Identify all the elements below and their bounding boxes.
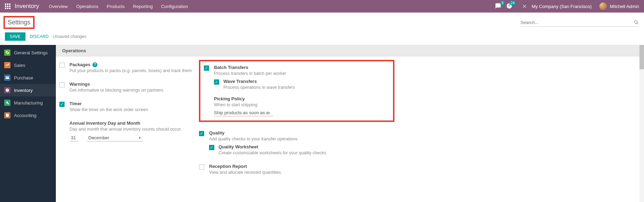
save-button[interactable]: SAVE <box>5 32 25 41</box>
action-bar: SAVE DISCARD Unsaved changes <box>0 30 644 45</box>
setting-title-label: Quality Worksheet <box>219 144 258 149</box>
annual-month-select[interactable]: December ▼ <box>87 134 143 141</box>
checkbox-warnings[interactable] <box>59 82 65 87</box>
user-menu[interactable]: Mitchell Admin <box>610 4 639 9</box>
sidebar-item-label: General Settings <box>14 50 48 55</box>
setting-packages: Packages ? Put your products in packs (e… <box>59 62 199 73</box>
settings-layout: General Settings Sales Purchase Inventor… <box>0 45 644 202</box>
search-icon <box>634 20 638 25</box>
checkbox-packages[interactable] <box>59 63 65 68</box>
wrench-icon <box>4 100 10 106</box>
picking-policy-value: Ship products as soon as available <box>214 110 270 115</box>
checkbox-batch-transfers[interactable] <box>204 65 209 71</box>
checkbox-wave-transfers[interactable] <box>214 79 219 85</box>
setting-desc: When to start shipping <box>214 102 387 107</box>
messages-button[interactable]: 9 <box>495 3 501 10</box>
sidebar-item-label: Sales <box>14 63 25 68</box>
apps-icon[interactable] <box>5 3 10 9</box>
ledger-icon <box>4 112 10 118</box>
highlighted-region: Batch Transfers Process transfers in bat… <box>199 60 394 122</box>
checkbox-quality-worksheet[interactable] <box>209 145 214 150</box>
page-title: Settings <box>3 16 35 29</box>
setting-warnings: Warnings Get informative or blocking war… <box>59 81 199 93</box>
card-icon <box>4 75 10 81</box>
setting-timer: Timer Show the timer on the work order s… <box>59 101 199 112</box>
scrollbar-thumb[interactable] <box>639 45 644 69</box>
top-navbar: Inventory Overview Operations Products R… <box>0 0 644 13</box>
checkbox-reception-report[interactable] <box>199 164 204 170</box>
breadcrumb-row: Settings <box>0 13 644 30</box>
app-brand[interactable]: Inventory <box>15 3 39 10</box>
messages-badge: 9 <box>500 1 505 5</box>
discard-button[interactable]: DISCARD <box>30 34 49 39</box>
sidebar-item-accounting[interactable]: Accounting <box>0 109 56 122</box>
nav-overview[interactable]: Overview <box>49 4 68 9</box>
nav-reporting[interactable]: Reporting <box>133 4 153 9</box>
sidebar-item-inventory[interactable]: Inventory <box>0 84 56 96</box>
gear-icon <box>4 49 10 56</box>
setting-desc: Put your products in packs (e.g. parcels… <box>69 68 199 73</box>
setting-desc: Show the timer on the work order screen <box>69 107 199 112</box>
setting-desc: View and allocate received quantities. <box>209 170 394 175</box>
settings-sidebar: General Settings Sales Purchase Inventor… <box>0 45 56 202</box>
setting-quality: Quality Add quality checks to your trans… <box>199 130 394 155</box>
avatar[interactable] <box>599 2 607 10</box>
nav-configuration[interactable]: Configuration <box>161 4 188 9</box>
setting-reception-report: Reception Report View and allocate recei… <box>199 164 394 175</box>
sidebar-item-purchase[interactable]: Purchase <box>0 71 56 84</box>
sidebar-item-label: Purchase <box>14 75 33 80</box>
search-input[interactable] <box>520 18 634 26</box>
setting-annual-inventory: Annual Inventory Day and Month Day and m… <box>59 121 199 141</box>
annual-month-value: December <box>88 135 109 140</box>
setting-title-label: Quality <box>209 130 224 135</box>
search-box[interactable] <box>520 18 638 27</box>
nav-products[interactable]: Products <box>107 4 125 9</box>
setting-batch-transfers: Batch Transfers Process transfers in bat… <box>204 65 387 90</box>
annual-day-input[interactable]: 31 <box>69 134 79 141</box>
setting-title-label: Packages <box>69 62 90 67</box>
chart-icon <box>4 62 10 68</box>
setting-desc: Day and month that annual inventory coun… <box>69 127 199 132</box>
checkbox-timer[interactable] <box>59 102 65 107</box>
close-icon[interactable]: ✕ <box>522 3 527 10</box>
setting-title-label: Picking Policy <box>214 96 245 101</box>
section-heading: Operations <box>56 45 644 56</box>
help-icon[interactable]: ? <box>92 62 97 67</box>
sidebar-item-sales[interactable]: Sales <box>0 59 56 71</box>
setting-title-label: Annual Inventory Day and Month <box>69 121 140 126</box>
setting-title-label: Warnings <box>69 81 90 87</box>
setting-desc: Process transfers in batch per worker <box>214 71 387 76</box>
checkbox-quality[interactable] <box>199 131 204 136</box>
sidebar-item-manufacturing[interactable]: Manufacturing <box>0 96 56 109</box>
activities-button[interactable]: 24 <box>506 3 512 10</box>
sidebar-item-label: Accounting <box>14 113 36 118</box>
box-icon <box>4 87 10 93</box>
setting-desc: Create customizable worksheets for your … <box>219 150 326 155</box>
unsaved-indicator: Unsaved changes <box>53 34 86 39</box>
scrollbar[interactable] <box>639 45 644 202</box>
sidebar-item-label: Inventory <box>14 88 32 93</box>
sidebar-item-general[interactable]: General Settings <box>0 46 56 59</box>
settings-main: Operations Packages ? Put your products … <box>56 45 644 202</box>
setting-title-label: Reception Report <box>209 164 247 169</box>
setting-title-label: Wave Transfers <box>223 79 257 84</box>
company-selector[interactable]: My Company (San Francisco) <box>532 4 592 9</box>
setting-desc: Process operations in wave transfers <box>223 85 295 90</box>
setting-title-label: Timer <box>69 101 82 106</box>
chevron-down-icon: ▼ <box>138 136 141 140</box>
setting-picking-policy: Picking Policy When to start shipping Sh… <box>204 96 387 116</box>
setting-desc: Get informative or blocking warnings on … <box>69 88 199 93</box>
picking-policy-select[interactable]: Ship products as soon as available <box>214 109 273 116</box>
nav-operations[interactable]: Operations <box>76 4 98 9</box>
setting-title-label: Batch Transfers <box>214 65 248 70</box>
setting-desc: Add quality checks to your transfer oper… <box>209 137 394 141</box>
sidebar-item-label: Manufacturing <box>14 100 43 106</box>
activities-badge: 24 <box>509 1 516 5</box>
